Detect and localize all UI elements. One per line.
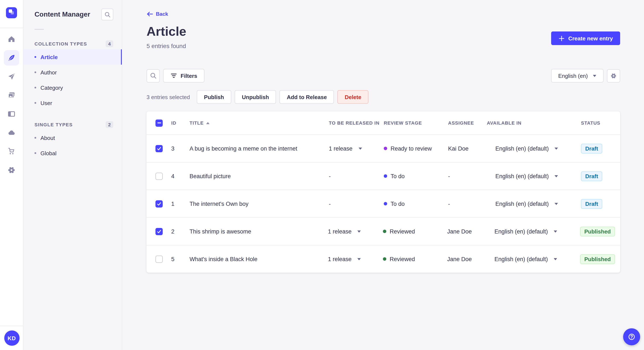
filters-button[interactable]: Filters bbox=[163, 69, 204, 82]
cell-status: Draft bbox=[581, 199, 615, 209]
release-value: 1 release bbox=[328, 228, 352, 234]
cell-release[interactable]: - bbox=[322, 173, 384, 179]
column-header-status: STATUS bbox=[581, 120, 615, 126]
cell-release[interactable]: - bbox=[322, 200, 384, 207]
table-row[interactable]: 5 What's inside a Black Hole 1 release R… bbox=[146, 245, 620, 273]
subnav-section: COLLECTION TYPES4ArticleAuthorCategoryUs… bbox=[24, 38, 122, 111]
table-header-row: ID TITLE TO BE RELEASED IN REVIEW STAGE … bbox=[146, 111, 620, 134]
rail-divider bbox=[0, 28, 23, 28]
sort-asc-icon bbox=[206, 122, 210, 124]
cell-title: This shrimp is awesome bbox=[190, 228, 322, 234]
rail-nav bbox=[4, 31, 19, 178]
cell-assignee: - bbox=[448, 200, 487, 207]
user-avatar[interactable]: KD bbox=[4, 331, 20, 346]
section-label: COLLECTION TYPES bbox=[34, 41, 87, 46]
paper-plane-icon[interactable] bbox=[4, 69, 19, 84]
release-value: - bbox=[329, 173, 331, 179]
table-body: 3 A bug is becoming a meme on the intern… bbox=[146, 134, 620, 273]
entries-table: ID TITLE TO BE RELEASED IN REVIEW STAGE … bbox=[146, 111, 620, 273]
add-to-release-button[interactable]: Add to Release bbox=[280, 90, 334, 104]
sidebar-item-about[interactable]: About bbox=[24, 130, 122, 146]
search-icon bbox=[150, 72, 156, 79]
cell-release[interactable]: 1 release bbox=[322, 228, 383, 234]
cell-release[interactable]: 1 release bbox=[322, 256, 383, 262]
row-checkbox[interactable] bbox=[156, 173, 163, 180]
sidebar-item-author[interactable]: Author bbox=[24, 65, 122, 80]
rail-footer: KD bbox=[0, 326, 24, 350]
cell-review-stage: Ready to review bbox=[384, 145, 448, 152]
table-row[interactable]: 1 The internet's Own boy - To do - Engli… bbox=[146, 190, 620, 217]
cell-available-in[interactable]: English (en) (default) bbox=[486, 256, 580, 262]
column-header-id[interactable]: ID bbox=[171, 120, 190, 126]
gear-icon[interactable] bbox=[4, 163, 19, 178]
table-row[interactable]: 3 A bug is becoming a meme on the intern… bbox=[146, 134, 620, 162]
cell-available-in[interactable]: English (en) (default) bbox=[487, 173, 581, 179]
subnav-section: SINGLE TYPES2AboutGlobal bbox=[24, 119, 122, 161]
row-checkbox[interactable] bbox=[156, 145, 163, 152]
cell-review-stage: To do bbox=[384, 200, 448, 207]
available-value: English (en) (default) bbox=[495, 173, 549, 179]
main-content: Back Article 5 entries found Create new … bbox=[122, 0, 644, 350]
stage-dot bbox=[383, 257, 386, 261]
cell-available-in[interactable]: English (en) (default) bbox=[487, 200, 581, 207]
cell-assignee: Jane Doe bbox=[447, 228, 486, 234]
select-all-checkbox[interactable] bbox=[156, 119, 163, 127]
column-header-available: AVAILABLE IN bbox=[487, 120, 581, 126]
delete-button[interactable]: Delete bbox=[338, 90, 369, 104]
cell-id: 4 bbox=[171, 173, 190, 179]
row-checkbox[interactable] bbox=[156, 200, 163, 207]
table-row[interactable]: 2 This shrimp is awesome 1 release Revie… bbox=[146, 217, 620, 245]
cell-release[interactable]: 1 release bbox=[322, 145, 384, 152]
table-search-button[interactable] bbox=[146, 69, 160, 82]
subnav-search-button[interactable] bbox=[101, 8, 113, 20]
sidebar-item-label: User bbox=[40, 100, 52, 106]
locale-select[interactable]: English (en) bbox=[551, 69, 604, 82]
bullet-icon bbox=[34, 137, 36, 139]
cloud-icon[interactable] bbox=[4, 125, 19, 140]
back-link[interactable]: Back bbox=[146, 11, 168, 17]
view-settings-button[interactable] bbox=[607, 69, 620, 82]
sidebar-item-category[interactable]: Category bbox=[24, 80, 122, 95]
bullet-icon bbox=[34, 71, 36, 73]
row-checkbox[interactable] bbox=[156, 228, 163, 235]
media-library-icon[interactable] bbox=[4, 88, 19, 103]
cell-status: Published bbox=[580, 254, 615, 264]
available-value: English (en) (default) bbox=[494, 228, 548, 234]
status-badge: Draft bbox=[581, 144, 602, 153]
sidebar-item-label: Category bbox=[40, 84, 63, 91]
table-row[interactable]: 4 Beautiful picture - To do - English (e… bbox=[146, 162, 620, 190]
cell-id: 2 bbox=[171, 228, 190, 234]
chevron-down-icon bbox=[358, 258, 361, 260]
cell-assignee: Kai Doe bbox=[448, 145, 487, 152]
cell-review-stage: Reviewed bbox=[383, 256, 447, 262]
cell-id: 1 bbox=[171, 200, 190, 207]
row-checkbox[interactable] bbox=[156, 255, 163, 263]
cart-icon[interactable] bbox=[4, 144, 19, 159]
selected-count: 3 entries selected bbox=[146, 94, 190, 100]
available-value: English (en) (default) bbox=[495, 145, 549, 152]
help-button[interactable] bbox=[623, 328, 640, 345]
sidebar-item-user[interactable]: User bbox=[24, 95, 122, 111]
cell-available-in[interactable]: English (en) (default) bbox=[486, 228, 580, 234]
sidebar-item-article[interactable]: Article bbox=[24, 49, 122, 65]
release-value: 1 release bbox=[329, 145, 352, 152]
cell-review-stage: Reviewed bbox=[383, 228, 447, 234]
cell-status: Draft bbox=[581, 144, 615, 153]
cell-available-in[interactable]: English (en) (default) bbox=[487, 145, 581, 152]
status-badge: Published bbox=[580, 226, 615, 236]
stage-dot bbox=[383, 230, 386, 233]
sidebar-item-global[interactable]: Global bbox=[24, 146, 122, 161]
column-header-release: TO BE RELEASED IN bbox=[322, 120, 384, 126]
strapi-logo[interactable] bbox=[6, 7, 17, 18]
column-header-title[interactable]: TITLE bbox=[190, 120, 322, 126]
layout-icon[interactable] bbox=[4, 106, 19, 122]
cell-status: Draft bbox=[581, 171, 615, 181]
available-value: English (en) (default) bbox=[495, 200, 549, 207]
cell-status: Published bbox=[580, 226, 615, 236]
unpublish-button[interactable]: Unpublish bbox=[235, 90, 276, 104]
create-new-entry-button[interactable]: Create new entry bbox=[551, 31, 620, 45]
bullet-icon bbox=[34, 102, 36, 104]
home-icon[interactable] bbox=[4, 31, 19, 47]
feather-icon[interactable] bbox=[4, 50, 19, 65]
publish-button[interactable]: Publish bbox=[197, 90, 231, 104]
